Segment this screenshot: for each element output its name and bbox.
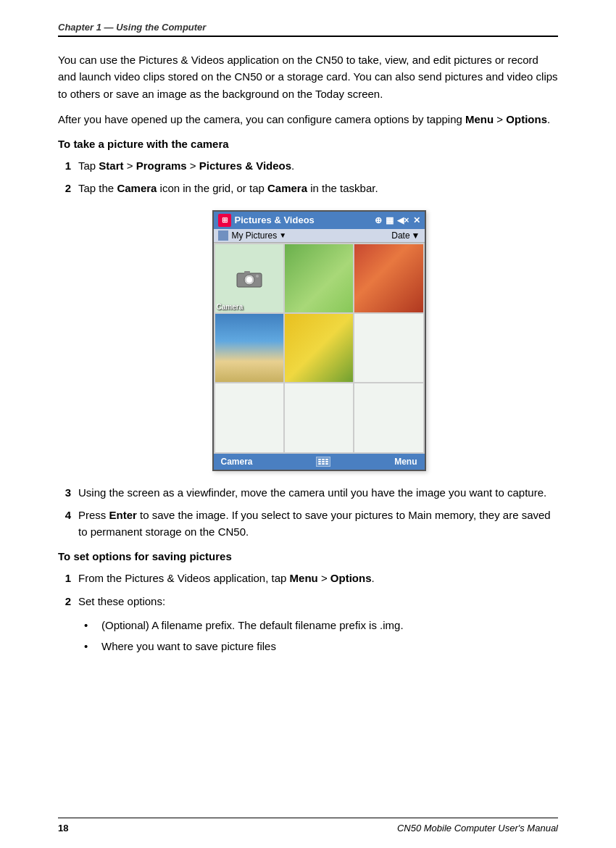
- step-2-num: 2: [58, 180, 71, 196]
- svg-point-4: [256, 275, 259, 278]
- bullet-2: Where you want to save picture files: [84, 638, 558, 654]
- pictures-videos-label: Pictures & Videos: [199, 159, 291, 172]
- photo-cell-beach[interactable]: [215, 314, 283, 382]
- step-3-text: Using the screen as a viewfinder, move t…: [78, 484, 558, 501]
- grid-dot-9: [325, 463, 328, 465]
- step-4-text: Press Enter to save the image. If you se…: [78, 507, 558, 541]
- photo-cell-empty-4: [354, 383, 423, 452]
- folder-arrow: ▼: [279, 231, 286, 239]
- svg-point-2: [246, 277, 252, 283]
- s2-step-1-num: 1: [58, 570, 71, 586]
- folder-icon: [218, 230, 228, 241]
- phone-taskbar: Camera Menu: [214, 454, 425, 470]
- section2-steps: 1 From the Pictures & Videos application…: [58, 570, 558, 610]
- grid-dot-5: [322, 461, 325, 462]
- svg-rect-3: [244, 271, 250, 274]
- step-3-num: 3: [58, 484, 71, 501]
- bullet-1: (Optional) A filename prefix. The defaul…: [84, 617, 558, 633]
- s2-step-2-text: Set these options:: [78, 593, 558, 610]
- taskbar-menu-btn[interactable]: Menu: [394, 457, 417, 467]
- intro-paragraph-1: You can use the Pictures & Videos applic…: [58, 51, 558, 102]
- grid-dot-6: [325, 461, 328, 462]
- taskbar-camera-btn[interactable]: Camera: [221, 457, 253, 467]
- photo-cell-leaf[interactable]: [354, 244, 423, 312]
- app-name: Pictures & Videos: [235, 215, 315, 225]
- titlebar-icons: ⊕ ▦ ◀× ✕: [375, 215, 420, 225]
- sort-arrow: ▼: [412, 230, 420, 241]
- date-sort[interactable]: Date ▼: [391, 230, 420, 241]
- phone-screenshot: ⊞ Pictures & Videos ⊕ ▦ ◀× ✕ My Pictures…: [80, 210, 558, 471]
- footer-book-title: CN50 Mobile Computer User's Manual: [397, 823, 558, 834]
- section1-steps: 1 Tap Start > Programs > Pictures & Vide…: [58, 157, 558, 197]
- camera-icon: [236, 268, 263, 288]
- step-4: 4 Press Enter to save the image. If you …: [58, 507, 558, 541]
- s2-step-1: 1 From the Pictures & Videos application…: [58, 570, 558, 586]
- camera-cell-label: Camera: [217, 303, 244, 311]
- step-1: 1 Tap Start > Programs > Pictures & Vide…: [58, 157, 558, 174]
- enter-label: Enter: [109, 509, 137, 521]
- chapter-header: Chapter 1 — Using the Computer: [58, 22, 558, 37]
- windows-logo: ⊞: [218, 214, 231, 227]
- phone-titlebar: ⊞ Pictures & Videos ⊕ ▦ ◀× ✕: [214, 212, 425, 229]
- grid-dot-4: [318, 461, 321, 462]
- grid-dot-2: [322, 459, 325, 460]
- photo-cell-camera[interactable]: Camera: [215, 244, 283, 312]
- network-icon: ▦: [386, 215, 394, 225]
- page-footer: 18 CN50 Mobile Computer User's Manual: [58, 818, 558, 834]
- bullet-1-text: (Optional) A filename prefix. The defaul…: [101, 617, 404, 633]
- camera-label-1: Camera: [117, 182, 157, 194]
- folder-name: My Pictures: [232, 230, 278, 241]
- folder-dropdown[interactable]: My Pictures ▼: [232, 230, 287, 241]
- step-2: 2 Tap the Camera icon in the grid, or ta…: [58, 180, 558, 196]
- options-bullet-list: (Optional) A filename prefix. The defaul…: [84, 617, 558, 655]
- intro2-menu: Menu: [465, 113, 494, 125]
- step-1-text: Tap Start > Programs > Pictures & Videos…: [78, 157, 558, 174]
- section2-heading: To set options for saving pictures: [58, 550, 558, 562]
- photo-cell-empty-1: [354, 314, 423, 382]
- photo-grid: Camera: [214, 243, 425, 454]
- step-1-num: 1: [58, 157, 71, 174]
- section1-steps-cont: 3 Using the screen as a viewfinder, move…: [58, 484, 558, 541]
- s2-step-2: 2 Set these options:: [58, 593, 558, 610]
- grid-dot-1: [318, 459, 321, 460]
- sort-label: Date: [391, 230, 409, 241]
- bullet-2-text: Where you want to save picture files: [101, 638, 276, 654]
- volume-icon: ◀×: [397, 215, 409, 225]
- grid-dot-8: [322, 463, 325, 465]
- intro-paragraph-2: After you have opened up the camera, you…: [58, 111, 558, 128]
- intro2-sep: >: [494, 113, 506, 125]
- close-icon[interactable]: ✕: [413, 215, 420, 225]
- phone-menubar: My Pictures ▼ Date ▼: [214, 229, 425, 243]
- camera-label-2: Camera: [267, 182, 307, 194]
- photo-cell-empty-2: [215, 383, 283, 452]
- photo-cell-empty-3: [285, 383, 353, 452]
- photo-cell-nature[interactable]: [285, 244, 353, 312]
- titlebar-left: ⊞ Pictures & Videos: [218, 214, 315, 227]
- intro2-text: After you have opened up the camera, you…: [58, 113, 465, 125]
- start-label: Start: [99, 159, 123, 172]
- phone-screen: ⊞ Pictures & Videos ⊕ ▦ ◀× ✕ My Pictures…: [212, 210, 426, 471]
- s2-step-1-text: From the Pictures & Videos application, …: [78, 570, 558, 586]
- section1-heading: To take a picture with the camera: [58, 138, 558, 150]
- menu-label: Menu: [290, 572, 318, 584]
- intro2-options: Options: [506, 113, 547, 125]
- step-2-text: Tap the Camera icon in the grid, or tap …: [78, 180, 558, 196]
- s2-step-2-num: 2: [58, 593, 71, 610]
- taskbar-grid-icon[interactable]: [316, 457, 330, 467]
- signal-icon: ⊕: [375, 215, 382, 225]
- footer-page-number: 18: [58, 823, 68, 834]
- step-4-num: 4: [58, 507, 71, 523]
- step-3: 3 Using the screen as a viewfinder, move…: [58, 484, 558, 501]
- grid-dot-3: [325, 459, 328, 460]
- programs-label: Programs: [136, 159, 187, 172]
- intro2-suffix: .: [547, 113, 550, 125]
- options-label: Options: [330, 572, 372, 584]
- photo-cell-flower[interactable]: [285, 314, 353, 382]
- grid-dot-7: [318, 463, 321, 465]
